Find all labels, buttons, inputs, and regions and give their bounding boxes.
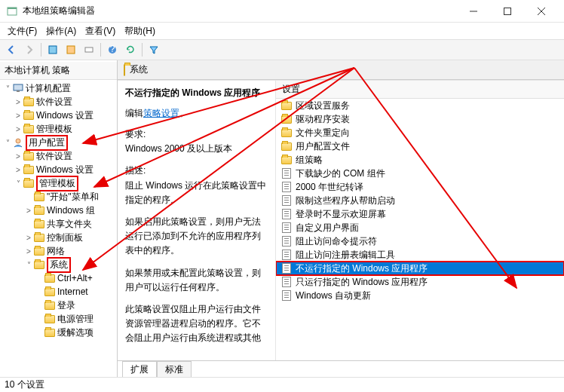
req-text: Windows 2000 及以上版本 [125,142,268,156]
tree-item-计算机配置[interactable]: ˅计算机配置 [0,81,117,95]
tree-item-label: 登录 [57,299,75,312]
folder-icon [280,127,293,139]
expand-icon[interactable]: > [24,207,33,215]
tree-item-电源管理[interactable]: 电源管理 [0,312,117,326]
svg-rect-7 [67,46,75,54]
expand-icon[interactable]: > [24,247,33,256]
list-item[interactable]: 文件夹重定向 [276,126,564,139]
tree-item-Internet[interactable]: Internet [0,285,117,299]
list-item[interactable]: 阻止访问注册表编辑工具 [276,248,564,262]
menu-help[interactable]: 帮助(H) [120,23,160,39]
tab-extended[interactable]: 扩展 [122,361,157,377]
tree-item-Ctrl+Alt+[interactable]: Ctrl+Alt+ [0,271,117,285]
list-header[interactable]: 设置 [276,81,564,99]
tree-item-管理模板[interactable]: ˅管理模板 [0,176,117,190]
list-item[interactable]: 不运行指定的 Windows 应用程序 [276,262,564,275]
refresh-icon[interactable] [122,41,139,58]
edit-policy-link[interactable]: 策略设置 [143,108,179,118]
folder-icon [23,164,35,176]
list-item[interactable]: 2000 年世纪转译 [276,180,564,194]
expand-icon[interactable]: ˅ [3,84,12,93]
tree-item-label: 软件设置 [36,150,72,163]
list-item-label: 不运行指定的 Windows 应用程序 [296,262,428,275]
edit-label: 编辑 [125,108,143,118]
tree-item-控制面板[interactable]: >控制面板 [0,231,117,244]
svg-rect-3 [504,8,510,14]
list-item[interactable]: 组策略 [276,153,564,167]
maximize-button[interactable] [490,0,524,23]
list-item-label: 2000 年世纪转译 [296,181,363,194]
list-item[interactable]: 区域设置服务 [276,99,564,112]
menubar: 文件(F) 操作(A) 查看(V) 帮助(H) [0,23,564,39]
tree-pane: 本地计算机 策略 ˅计算机配置>软件设置>Windows 设置>管理模板˅用户配… [0,60,118,377]
tree-item-系统[interactable]: ˅系统 [0,258,117,271]
desc-label: 描述: [125,164,268,178]
expand-icon[interactable]: > [14,112,23,120]
forward-button[interactable] [21,41,38,58]
policy-icon [280,181,293,193]
window-title: 本地组策略编辑器 [23,5,456,17]
expand-icon[interactable]: > [14,125,23,133]
list-item[interactable]: Windows 自动更新 [276,289,564,302]
back-button[interactable] [3,41,20,58]
tree-item-用户配置[interactable]: ˅用户配置 [0,136,117,149]
toolbar: ? [0,39,564,60]
filter-icon[interactable] [146,41,162,58]
expand-icon[interactable]: > [14,152,23,161]
list-item[interactable]: 登录时不显示欢迎屏幕 [276,207,564,221]
policy-icon [280,194,293,207]
tool-icon-3[interactable] [81,41,97,58]
list-item[interactable]: 驱动程序安装 [276,112,564,126]
tabs: 扩展 标准 [118,360,564,377]
tool-icon[interactable] [44,41,61,58]
tree-item-"开始"菜单和[interactable]: "开始"菜单和 [0,190,117,204]
list-item[interactable]: 自定义用户界面 [276,221,564,234]
tree-item-网络[interactable]: >网络 [0,244,117,258]
policy-icon [280,167,293,179]
tree-item-缓解选项[interactable]: 缓解选项 [0,326,117,339]
folder-icon [33,245,45,257]
minimize-button[interactable] [456,0,490,23]
content-header-label: 系统 [130,63,148,76]
policy-icon [280,235,293,247]
expand-icon[interactable]: > [24,234,33,242]
list-item-label: 阻止访问命令提示符 [296,235,377,248]
tree-header[interactable]: 本地计算机 策略 [0,62,117,80]
folder-icon [33,231,45,243]
expand-icon[interactable]: > [14,166,23,174]
tree-item-登录[interactable]: 登录 [0,299,117,312]
computer-icon [12,82,24,94]
tree-item-软件设置[interactable]: >软件设置 [0,149,117,163]
list-item-label: 下载缺少的 COM 组件 [296,167,385,180]
expand-icon[interactable]: ˅ [24,261,33,269]
menu-file[interactable]: 文件(F) [3,23,41,39]
list-item-label: Windows 自动更新 [296,289,371,302]
tree-item-管理模板[interactable]: >管理模板 [0,122,117,136]
menu-view[interactable]: 查看(V) [81,23,120,39]
help-icon[interactable]: ? [104,41,121,58]
expand-icon[interactable]: ˅ [3,139,12,147]
expand-icon[interactable]: > [14,98,23,106]
tree-item-label: 计算机配置 [26,82,71,95]
list-item-label: 组策略 [296,154,323,167]
folder-icon [23,150,35,162]
list-item[interactable]: 只运行指定的 Windows 应用程序 [276,275,564,289]
list-item[interactable]: 阻止访问命令提示符 [276,234,564,248]
menu-action[interactable]: 操作(A) [41,23,81,39]
list-item-label: 登录时不显示欢迎屏幕 [296,208,386,221]
expand-icon[interactable]: ˅ [14,179,23,188]
tree-item-软件设置[interactable]: >软件设置 [0,95,117,109]
tree-item-label: 控制面板 [47,231,83,244]
tree-item-label: 电源管理 [57,313,93,326]
close-button[interactable] [524,0,558,23]
tree-item-共享文件夹[interactable]: 共享文件夹 [0,217,117,231]
tree-item-Windows 组[interactable]: >Windows 组 [0,204,117,217]
tab-standard[interactable]: 标准 [157,361,192,377]
tree-item-Windows 设置[interactable]: >Windows 设置 [0,163,117,176]
list-item[interactable]: 用户配置文件 [276,139,564,153]
tree-item-Windows 设置[interactable]: >Windows 设置 [0,109,117,122]
list-item[interactable]: 限制这些程序从帮助启动 [276,194,564,207]
tool-icon-2[interactable] [63,41,79,58]
list-item[interactable]: 下载缺少的 COM 组件 [276,167,564,180]
policy-icon [280,249,293,261]
